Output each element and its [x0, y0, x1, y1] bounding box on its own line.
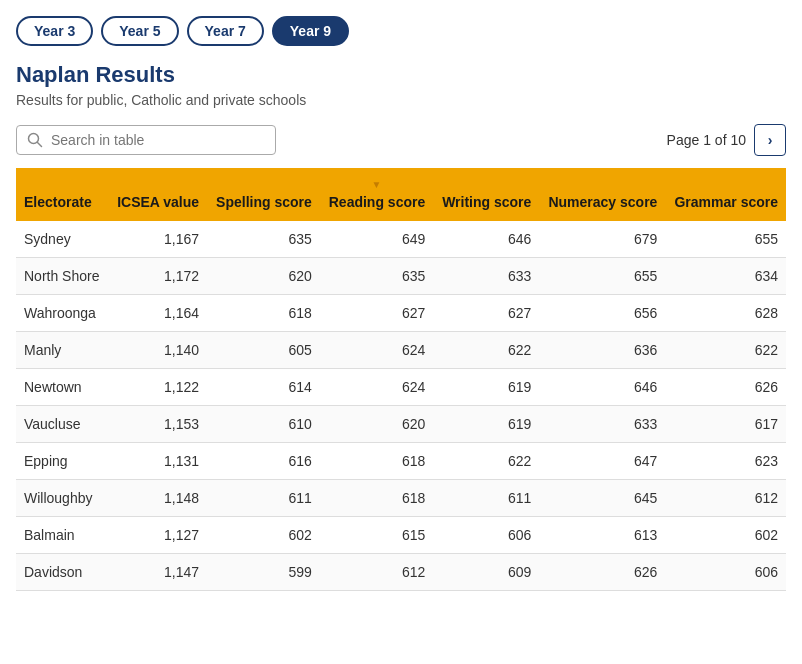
table-row: Willoughby1,148611618611645612 — [16, 480, 786, 517]
col-label-grammar: Grammar score — [674, 194, 778, 210]
col-label-electorate: Electorate — [24, 194, 92, 210]
year-tab-year-9[interactable]: Year 9 — [272, 16, 349, 46]
col-label-spelling: Spelling score — [216, 194, 312, 210]
pagination-text: Page 1 of 10 — [667, 132, 746, 148]
cell-grammar: 617 — [665, 406, 786, 443]
cell-writing: 606 — [433, 517, 539, 554]
col-label-reading: Reading score — [329, 194, 425, 210]
table-row: Wahroonga1,164618627627656628 — [16, 295, 786, 332]
cell-icsea: 1,167 — [108, 221, 207, 258]
col-label-icsea: ICSEA value — [117, 194, 199, 210]
cell-icsea: 1,147 — [108, 554, 207, 591]
cell-writing: 633 — [433, 258, 539, 295]
year-tab-year-7[interactable]: Year 7 — [187, 16, 264, 46]
cell-icsea: 1,122 — [108, 369, 207, 406]
cell-reading: 618 — [320, 443, 433, 480]
cell-electorate: North Shore — [16, 258, 108, 295]
cell-numeracy: 679 — [539, 221, 665, 258]
table-row: Vaucluse1,153610620619633617 — [16, 406, 786, 443]
cell-writing: 622 — [433, 443, 539, 480]
cell-spelling: 614 — [207, 369, 320, 406]
col-header-spelling: Spelling score — [207, 168, 320, 221]
cell-writing: 609 — [433, 554, 539, 591]
cell-grammar: 628 — [665, 295, 786, 332]
cell-writing: 619 — [433, 369, 539, 406]
cell-grammar: 634 — [665, 258, 786, 295]
col-header-electorate: Electorate — [16, 168, 108, 221]
cell-icsea: 1,153 — [108, 406, 207, 443]
table-header: ElectorateICSEA valueSpelling score▼Read… — [16, 168, 786, 221]
pagination-next-button[interactable]: › — [754, 124, 786, 156]
table-row: Balmain1,127602615606613602 — [16, 517, 786, 554]
cell-electorate: Wahroonga — [16, 295, 108, 332]
cell-reading: 618 — [320, 480, 433, 517]
cell-spelling: 635 — [207, 221, 320, 258]
col-header-icsea: ICSEA value — [108, 168, 207, 221]
col-header-writing: Writing score — [433, 168, 539, 221]
year-tab-year-5[interactable]: Year 5 — [101, 16, 178, 46]
cell-grammar: 626 — [665, 369, 786, 406]
cell-reading: 620 — [320, 406, 433, 443]
cell-reading: 624 — [320, 332, 433, 369]
cell-numeracy: 636 — [539, 332, 665, 369]
cell-reading: 627 — [320, 295, 433, 332]
search-input[interactable] — [51, 132, 265, 148]
cell-grammar: 655 — [665, 221, 786, 258]
table-row: Manly1,140605624622636622 — [16, 332, 786, 369]
cell-grammar: 623 — [665, 443, 786, 480]
cell-numeracy: 645 — [539, 480, 665, 517]
page-subtitle: Results for public, Catholic and private… — [16, 92, 786, 108]
table-row: Epping1,131616618622647623 — [16, 443, 786, 480]
col-header-reading[interactable]: ▼Reading score — [320, 168, 433, 221]
cell-reading: 612 — [320, 554, 433, 591]
cell-grammar: 622 — [665, 332, 786, 369]
pagination: Page 1 of 10 › — [667, 124, 786, 156]
year-tab-year-3[interactable]: Year 3 — [16, 16, 93, 46]
cell-spelling: 611 — [207, 480, 320, 517]
cell-reading: 635 — [320, 258, 433, 295]
cell-spelling: 610 — [207, 406, 320, 443]
search-icon — [27, 132, 43, 148]
cell-numeracy: 656 — [539, 295, 665, 332]
page-title: Naplan Results — [16, 62, 786, 88]
cell-spelling: 616 — [207, 443, 320, 480]
cell-writing: 627 — [433, 295, 539, 332]
col-header-grammar: Grammar score — [665, 168, 786, 221]
cell-numeracy: 633 — [539, 406, 665, 443]
cell-reading: 624 — [320, 369, 433, 406]
svg-line-1 — [38, 143, 42, 147]
cell-icsea: 1,140 — [108, 332, 207, 369]
cell-grammar: 612 — [665, 480, 786, 517]
cell-reading: 615 — [320, 517, 433, 554]
year-tabs-container: Year 3Year 5Year 7Year 9 — [16, 16, 786, 46]
table-row: Newtown1,122614624619646626 — [16, 369, 786, 406]
cell-writing: 622 — [433, 332, 539, 369]
cell-icsea: 1,127 — [108, 517, 207, 554]
cell-reading: 649 — [320, 221, 433, 258]
search-box[interactable] — [16, 125, 276, 155]
table-row: Sydney1,167635649646679655 — [16, 221, 786, 258]
cell-spelling: 602 — [207, 517, 320, 554]
table-row: North Shore1,172620635633655634 — [16, 258, 786, 295]
col-header-numeracy: Numeracy score — [539, 168, 665, 221]
table-body: Sydney1,167635649646679655North Shore1,1… — [16, 221, 786, 591]
cell-spelling: 599 — [207, 554, 320, 591]
cell-electorate: Epping — [16, 443, 108, 480]
cell-electorate: Willoughby — [16, 480, 108, 517]
cell-electorate: Balmain — [16, 517, 108, 554]
table-row: Davidson1,147599612609626606 — [16, 554, 786, 591]
cell-writing: 611 — [433, 480, 539, 517]
cell-spelling: 618 — [207, 295, 320, 332]
controls-row: Page 1 of 10 › — [16, 124, 786, 156]
cell-icsea: 1,131 — [108, 443, 207, 480]
cell-icsea: 1,172 — [108, 258, 207, 295]
cell-grammar: 606 — [665, 554, 786, 591]
cell-electorate: Newtown — [16, 369, 108, 406]
data-table: ElectorateICSEA valueSpelling score▼Read… — [16, 168, 786, 591]
cell-numeracy: 655 — [539, 258, 665, 295]
col-label-writing: Writing score — [442, 194, 531, 210]
cell-writing: 619 — [433, 406, 539, 443]
cell-numeracy: 613 — [539, 517, 665, 554]
cell-electorate: Manly — [16, 332, 108, 369]
cell-electorate: Vaucluse — [16, 406, 108, 443]
